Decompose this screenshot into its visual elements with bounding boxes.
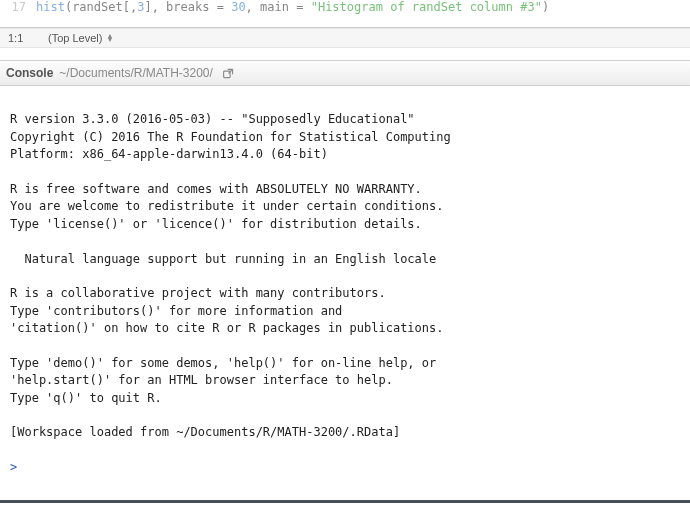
token-ident: main (260, 0, 289, 14)
token-punct: ], (144, 0, 158, 14)
r-startup-banner: R version 3.3.0 (2016-05-03) -- "Suppose… (10, 112, 451, 439)
source-line[interactable]: 17 hist(randSet[,3], breaks = 30, main =… (0, 0, 690, 16)
console-output[interactable]: R version 3.3.0 (2016-05-03) -- "Suppose… (0, 86, 690, 502)
popout-icon[interactable] (221, 65, 237, 81)
scope-label: (Top Level) (48, 32, 102, 44)
token-punct: [, (123, 0, 137, 14)
source-tokens: hist(randSet[,3], breaks = 30, main = "H… (36, 0, 549, 14)
scope-selector[interactable]: (Top Level) ▲▼ (48, 32, 113, 44)
token-function: hist (36, 0, 65, 14)
token-ident: breaks (166, 0, 209, 14)
console-tabbar: Console ~/Documents/R/MATH-3200/ (0, 60, 690, 86)
console-tab[interactable]: Console (6, 66, 53, 80)
token-punct: = (217, 0, 224, 14)
source-editor[interactable]: 17 hist(randSet[,3], breaks = 30, main =… (0, 0, 690, 28)
token-punct: , (246, 0, 253, 14)
console-prompt[interactable]: > (10, 460, 17, 474)
stepper-icon: ▲▼ (106, 34, 113, 42)
svg-rect-0 (224, 71, 231, 78)
cursor-position: 1:1 (8, 32, 36, 44)
console-working-dir[interactable]: ~/Documents/R/MATH-3200/ (59, 66, 213, 80)
window-border (0, 502, 690, 503)
gutter-line-number: 17 (4, 0, 26, 14)
token-ident: randSet (72, 0, 123, 14)
token-string: "Histogram of randSet column #3" (311, 0, 542, 14)
token-punct: ) (542, 0, 549, 14)
token-number: 30 (231, 0, 245, 14)
pane-divider[interactable] (0, 48, 690, 60)
token-punct: = (296, 0, 303, 14)
source-status-bar: 1:1 (Top Level) ▲▼ (0, 28, 690, 48)
